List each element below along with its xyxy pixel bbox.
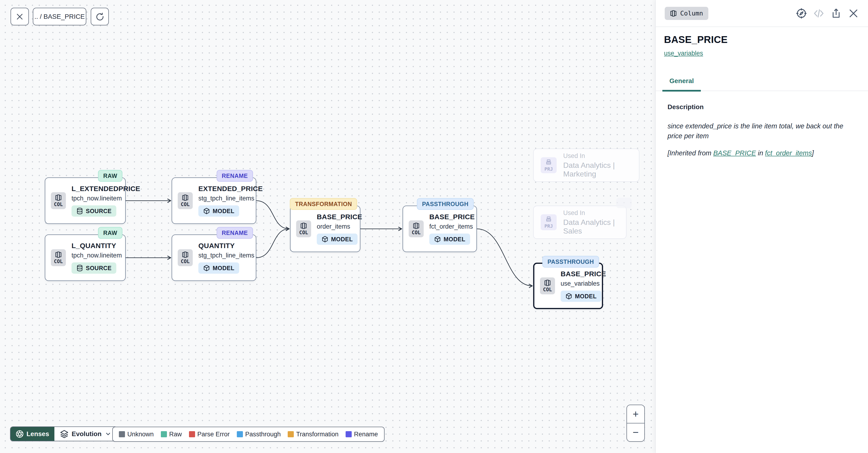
lineage-node-fct_order_items[interactable]: PASSTHROUGHCOLBASE_PRICEfct_order_itemsM…: [403, 206, 477, 252]
node-title: BASE_PRICE: [429, 213, 475, 221]
column-icon: [670, 10, 677, 17]
tab-general[interactable]: General: [662, 77, 701, 91]
lineage-edge: [256, 229, 289, 258]
description-inherited: [Inherited from BASE_PRICE in fct_order_…: [668, 149, 855, 157]
share-button[interactable]: [831, 8, 842, 19]
project-icon: [545, 216, 552, 223]
column-chip-label: COL: [54, 259, 63, 264]
column-chip: COL: [178, 249, 193, 266]
node-kind-badge: SOURCE: [71, 205, 116, 217]
inherited-middle: in: [756, 149, 765, 157]
lineage-node-stg_tpch_line_items[interactable]: RENAMECOLEXTENDED_PRICEstg_tpch_line_ite…: [172, 177, 256, 224]
node-kind-label: SOURCE: [86, 208, 112, 215]
entity-type-badge: Column: [665, 7, 708, 20]
legend-item-unknown: Unknown: [119, 431, 154, 438]
lenses-button[interactable]: Lenses: [10, 427, 54, 441]
lineage-node-order_items[interactable]: TRANSFORMATIONCOLBASE_PRICEorder_itemsMO…: [290, 206, 361, 252]
description-section: Description since extended_price is the …: [668, 103, 855, 157]
explore-button[interactable]: [796, 8, 807, 19]
layers-icon: [60, 430, 68, 438]
legend-swatch: [119, 431, 125, 437]
column-chip-label: COL: [54, 202, 63, 207]
lineage-node-stg_tpch_line_items[interactable]: RENAMECOLQUANTITYstg_tpch_line_itemsMODE…: [172, 234, 256, 281]
breadcrumb[interactable]: .. / BASE_PRICE: [33, 8, 86, 25]
used-in-label: Used In: [563, 209, 619, 217]
node-kind-badge: MODEL: [198, 262, 239, 274]
inherited-model-link[interactable]: fct_order_items: [765, 149, 812, 157]
inherited-column-link[interactable]: BASE_PRICE: [713, 149, 756, 157]
node-title: EXTENDED_PRICE: [198, 185, 263, 193]
inherited-prefix: [Inherited from: [668, 149, 713, 157]
node-subtitle: stg_tpch_line_items: [198, 195, 254, 202]
legend-item-raw: Raw: [161, 431, 182, 438]
column-icon: [55, 194, 62, 201]
lens-selector[interactable]: Evolution: [54, 427, 117, 441]
column-icon: [182, 251, 189, 258]
column-chip: COL: [51, 249, 66, 266]
column-chip: COL: [409, 220, 424, 237]
legend-item-transformation: Transformation: [288, 431, 339, 438]
model-cube-icon: [321, 236, 329, 243]
aperture-icon: [16, 430, 24, 438]
code-view-button[interactable]: [813, 8, 825, 19]
legend-swatch: [288, 431, 294, 437]
project-chip-label: PRJ: [545, 166, 553, 172]
legend-label: Rename: [354, 431, 378, 438]
legend-label: Raw: [169, 431, 182, 438]
node-kind-badge: MODEL: [198, 205, 239, 217]
model-cube-icon: [203, 264, 210, 272]
ghost-type-badge: [616, 198, 632, 208]
zoom-controls: + −: [626, 405, 645, 442]
inherited-suffix: ]: [812, 149, 814, 157]
lineage-node-tpch_now.lineitem[interactable]: RAWCOLL_QUANTITYtpch_now.lineitemSOURCE: [45, 234, 126, 281]
code-icon: [813, 8, 824, 19]
project-chip: PRJ: [541, 157, 557, 173]
column-chip: COL: [51, 192, 66, 209]
node-kind-label: MODEL: [575, 293, 597, 300]
close-icon: [848, 8, 859, 19]
column-icon: [182, 194, 189, 201]
column-chip-label: COL: [299, 230, 308, 235]
column-chip: COL: [540, 278, 555, 294]
refresh-icon: [95, 12, 104, 21]
lens-selected-label: Evolution: [72, 430, 102, 438]
column-chip: COL: [296, 220, 311, 237]
database-icon: [76, 264, 83, 272]
zoom-out-button[interactable]: −: [627, 423, 644, 441]
node-kind-label: SOURCE: [86, 265, 112, 272]
used-in-node[interactable]: PRJUsed InData Analytics | Sales: [533, 206, 626, 239]
description-label: Description: [668, 103, 855, 111]
page-title: BASE_PRICE: [664, 34, 727, 45]
close-lineage-button[interactable]: [10, 8, 29, 25]
node-kind-badge: MODEL: [317, 233, 358, 245]
column-chip-label: COL: [412, 230, 421, 235]
lenses-label: Lenses: [27, 430, 49, 438]
node-subtitle: use_variables: [561, 280, 600, 287]
used-in-node[interactable]: PRJUsed InData Analytics | Marketing: [533, 148, 640, 182]
node-kind-badge: MODEL: [429, 233, 470, 245]
model-link[interactable]: use_variables: [664, 50, 703, 57]
used-in-project-name: Data Analytics | Marketing: [563, 161, 632, 178]
close-icon: [16, 12, 24, 21]
node-subtitle: tpch_now.lineitem: [71, 195, 122, 202]
node-subtitle: tpch_now.lineitem: [71, 252, 122, 259]
project-chip-label: PRJ: [545, 223, 553, 229]
chevron-down-icon: [105, 431, 112, 437]
detail-panel: Column BASE_PRICE use_variables General …: [656, 0, 868, 453]
refresh-button[interactable]: [91, 8, 109, 25]
node-kind-badge: SOURCE: [71, 262, 116, 274]
legend-label: Transformation: [296, 431, 339, 438]
node-kind-label: MODEL: [213, 265, 235, 272]
model-cube-icon: [434, 236, 441, 243]
node-title: BASE_PRICE: [561, 270, 606, 278]
close-panel-button[interactable]: [848, 8, 859, 19]
lineage-node-use_variables[interactable]: PASSTHROUGHCOLBASE_PRICEuse_variablesMOD…: [533, 263, 603, 309]
zoom-in-button[interactable]: +: [627, 405, 644, 423]
lens-legend: UnknownRawParse ErrorPassthroughTransfor…: [112, 427, 384, 442]
breadcrumb-label: .. / BASE_PRICE: [34, 13, 85, 21]
node-subtitle: fct_order_items: [429, 223, 473, 230]
share-icon: [831, 8, 841, 19]
model-cube-icon: [203, 207, 210, 215]
used-in-label: Used In: [563, 152, 632, 160]
lineage-node-tpch_now.lineitem[interactable]: RAWCOLL_EXTENDEDPRICEtpch_now.lineitemSO…: [45, 177, 126, 224]
